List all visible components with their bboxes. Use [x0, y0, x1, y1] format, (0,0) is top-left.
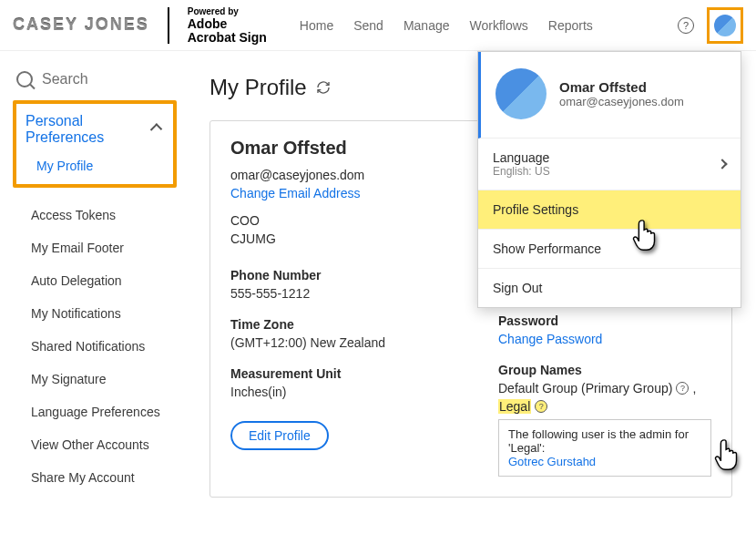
timezone-label: Time Zone	[230, 317, 444, 332]
nav-manage[interactable]: Manage	[404, 18, 450, 33]
personal-preferences-label: Personal Preferences	[26, 113, 152, 146]
edit-profile-button[interactable]: Edit Profile	[230, 421, 329, 450]
sidebar-item-shared-notifications[interactable]: Shared Notifications	[31, 330, 182, 363]
page-title: My Profile	[209, 75, 307, 100]
personal-preferences-header[interactable]: Personal Preferences	[26, 113, 164, 146]
user-dropdown: Omar Offsted omar@caseyjones.dom Languag…	[477, 51, 741, 308]
dropdown-language-label: Language	[493, 150, 550, 165]
sidebar-item-my-signature[interactable]: My Signature	[31, 363, 182, 395]
dropdown-language[interactable]: Language English: US	[478, 139, 741, 190]
nav-workflows[interactable]: Workflows	[470, 18, 528, 33]
sidebar-item-auto-delegation[interactable]: Auto Delegation	[31, 264, 182, 297]
group-legal: Legal	[498, 399, 531, 414]
adobe-label-2: Acrobat Sign	[188, 30, 267, 45]
dropdown-language-value: English: US	[493, 165, 550, 178]
avatar-button[interactable]	[707, 7, 743, 44]
timezone-value: (GMT+12:00) New Zealand	[230, 335, 444, 350]
change-password-link[interactable]: Change Password	[498, 332, 711, 346]
profile-col-left: Phone Number 555-555-1212 Time Zone (GMT…	[230, 268, 444, 450]
sidebar-item-view-other-accounts[interactable]: View Other Accounts	[31, 428, 182, 461]
search-placeholder: Search	[42, 71, 88, 87]
refresh-icon[interactable]	[316, 80, 331, 95]
tooltip-text: The following user is the admin for 'Leg…	[508, 427, 689, 455]
phone-label: Phone Number	[230, 268, 444, 282]
sidebar-item-language-preferences[interactable]: Language Preferences	[31, 395, 182, 428]
brand: CASEY JONES Powered by Adobe Acrobat Sig…	[13, 5, 267, 46]
tooltip-admin-link[interactable]: Gotrec Gurstahd	[508, 455, 596, 468]
sidebar-item-my-profile[interactable]: My Profile	[26, 146, 164, 177]
dropdown-sign-out[interactable]: Sign Out	[478, 269, 741, 307]
sidebar: Search Personal Preferences My Profile A…	[0, 51, 182, 534]
search-input[interactable]: Search	[13, 66, 182, 100]
group-default-help-icon[interactable]: ?	[676, 382, 689, 395]
dropdown-user-email: omar@caseyjones.dom	[559, 95, 684, 108]
sidebar-item-share-my-account[interactable]: Share My Account	[31, 461, 182, 494]
sidebar-list: Access Tokens My Email Footer Auto Deleg…	[13, 188, 182, 494]
group-admin-tooltip: The following user is the admin for 'Leg…	[498, 419, 711, 477]
nav: Home Send Manage Workflows Reports	[300, 18, 593, 33]
group-names-line: Default Group (Primary Group) ? , Legal …	[498, 381, 711, 414]
phone-value: 555-555-1212	[230, 286, 444, 301]
sidebar-item-email-footer[interactable]: My Email Footer	[31, 231, 182, 264]
brand-logo: CASEY JONES	[13, 15, 149, 35]
nav-reports[interactable]: Reports	[548, 18, 593, 33]
groups-label: Group Names	[498, 363, 711, 377]
nav-send[interactable]: Send	[353, 18, 383, 33]
sidebar-item-my-notifications[interactable]: My Notifications	[31, 297, 182, 330]
dropdown-user-info: Omar Offsted omar@caseyjones.dom	[478, 52, 741, 139]
powered-by-label: Powered by	[188, 6, 239, 16]
group-legal-help-icon[interactable]: ?	[535, 400, 547, 413]
group-separator: ,	[692, 381, 696, 395]
brand-separator	[168, 7, 169, 44]
unit-value: Inches(in)	[230, 385, 444, 399]
password-label: Password	[498, 313, 711, 328]
personal-preferences-box: Personal Preferences My Profile	[13, 100, 177, 188]
sidebar-item-access-tokens[interactable]: Access Tokens	[31, 199, 182, 231]
brand-adobe: Powered by Adobe Acrobat Sign	[188, 5, 267, 46]
topbar: CASEY JONES Powered by Adobe Acrobat Sig…	[0, 0, 756, 51]
nav-home[interactable]: Home	[300, 18, 333, 33]
dropdown-show-performance[interactable]: Show Performance	[478, 230, 741, 269]
dropdown-avatar-icon	[495, 68, 547, 119]
adobe-label-1: Adobe	[188, 16, 228, 31]
chevron-right-icon	[717, 159, 727, 169]
help-icon[interactable]: ?	[678, 17, 694, 34]
unit-label: Measurement Unit	[230, 366, 444, 381]
group-default: Default Group (Primary Group)	[498, 381, 672, 395]
dropdown-user-name: Omar Offsted	[559, 79, 684, 95]
avatar-icon	[714, 15, 736, 36]
dropdown-profile-settings[interactable]: Profile Settings	[478, 190, 741, 230]
search-icon	[16, 71, 33, 87]
topbar-right: ?	[678, 7, 743, 44]
